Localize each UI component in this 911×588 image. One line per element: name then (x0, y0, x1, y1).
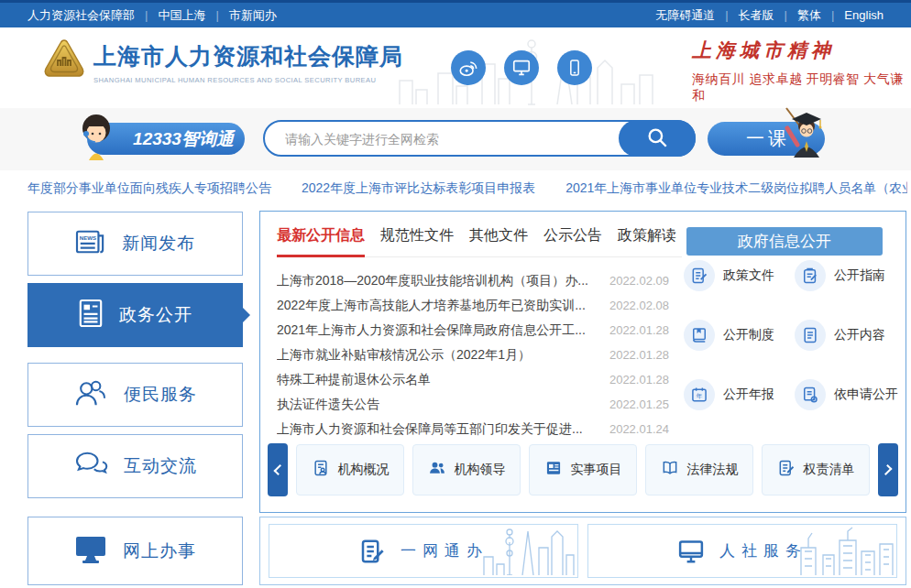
city-spirit-text: 海纳百川 追求卓越 开明睿智 大气谦和 (692, 71, 911, 104)
carousel-card-responsibility-list[interactable]: 权责清单 (762, 444, 870, 495)
top-link-mohrss[interactable]: 人力资源社会保障部 (27, 7, 135, 24)
search-button[interactable] (619, 120, 696, 157)
hotline-12333-button[interactable]: 12333智询通 (87, 123, 245, 155)
news-item[interactable]: 执法证件遗失公告 2022.01.25 (277, 392, 669, 417)
government-info-disclosure-button[interactable]: 政府信息公开 (686, 227, 883, 256)
news-item[interactable]: 特殊工种提前退休公示名单 2022.01.28 (277, 367, 669, 392)
page: 人力资源社会保障部 中国上海 市新闻办 无障碍通道 长者版 繁体 English (0, 0, 911, 588)
search-box (263, 120, 696, 157)
tab-bar: 最新公开信息 规范性文件 其他文件 公示公告 政策解读 (277, 226, 682, 257)
monitor-banner-icon (677, 538, 705, 565)
news-date: 2022.01.28 (609, 318, 669, 343)
carousel-card-org-leaders[interactable]: 机构领导 (412, 444, 521, 495)
top-link-news-office[interactable]: 市新闻办 (229, 7, 277, 24)
sidebar-item-public-services[interactable]: 便民服务 (27, 363, 243, 427)
mobile-icon[interactable] (557, 50, 592, 85)
tab-latest-info[interactable]: 最新公开信息 (277, 226, 365, 245)
hotline-mascot-icon (74, 111, 118, 165)
news-title: 特殊工种提前退休公示名单 (277, 367, 431, 392)
tab-normative-docs[interactable]: 规范性文件 (380, 226, 454, 245)
file-text-icon (795, 320, 826, 351)
teacher-mascot-icon (779, 104, 830, 162)
carousel-card-label: 法律法规 (687, 462, 739, 478)
quick-link-disclosure-guide[interactable]: 公开指南 (795, 259, 906, 292)
carousel-card-label: 机构概况 (338, 462, 390, 478)
people-solid-icon (428, 459, 446, 481)
quick-link-annual-report[interactable]: 年 公开年报 (684, 378, 795, 411)
quick-link-disclosure-system[interactable]: 公开制度 (684, 319, 795, 352)
course-button[interactable]: 一课 (708, 122, 825, 156)
news-ticker: 年度部分事业单位面向残疾人专项招聘公告 2022年度上海市评比达标表彰项目申报表… (27, 177, 907, 201)
quick-link-label: 公开制度 (723, 327, 774, 343)
news-item[interactable]: 上海市2018—2020年度职业技能培训机构（项目）办... 2022.02.0… (277, 268, 669, 293)
carousel-card-label: 权责清单 (804, 462, 855, 478)
chevron-right-icon (881, 464, 892, 475)
doc-edit-icon (777, 459, 796, 481)
site-title-block: 上海市人力资源和社会保障局 SHANGHAI MUNICIPAL HUMAN R… (93, 41, 403, 84)
city-spirit-title: 上海城市精神 (692, 38, 911, 63)
clipboard-pen-icon (795, 260, 826, 291)
banner-hr-social-services[interactable]: 人社服务 (587, 524, 897, 578)
ticker-link[interactable]: 年度部分事业单位面向残疾人专项招聘公告 (27, 180, 271, 197)
top-link-china-shanghai[interactable]: 中国上海 (158, 7, 205, 24)
sidebar-item-online-services[interactable]: 网上办事 (27, 517, 243, 585)
search-input[interactable] (283, 125, 598, 153)
news-date: 2022.01.28 (609, 367, 669, 392)
top-bar-left: 人力资源社会保障部 中国上海 市新闻办 (27, 7, 277, 24)
quick-link-policy-documents[interactable]: 政策文件 (684, 259, 795, 292)
desktop-icon[interactable] (504, 50, 539, 85)
news-item[interactable]: 2021年上海市人力资源和社会保障局政府信息公开工... 2022.01.28 (277, 318, 669, 343)
book-icon (684, 320, 715, 351)
calendar-year-icon: 年 (684, 379, 715, 410)
doc-person-icon (312, 459, 330, 481)
weibo-icon[interactable] (451, 50, 486, 85)
svg-text:NEWS: NEWS (80, 234, 96, 241)
tab-other-docs[interactable]: 其他文件 (469, 226, 528, 245)
carousel-next-button[interactable] (878, 443, 898, 496)
separator (725, 8, 728, 22)
doc-pen-icon (684, 260, 715, 291)
sidebar-item-interaction[interactable]: 互动交流 (27, 434, 243, 498)
tab-announcements[interactable]: 公示公告 (543, 226, 602, 245)
news-item[interactable]: 上海市就业补贴审核情况公示（2022年1月） 2022.01.28 (277, 343, 669, 367)
banner-one-stop-services[interactable]: 一网通办 (269, 524, 578, 578)
news-list: 上海市2018—2020年度职业技能培训机构（项目）办... 2022.02.0… (277, 268, 669, 441)
sidebar-item-news[interactable]: NEWS 新闻发布 (27, 212, 243, 276)
top-link-traditional[interactable]: 繁体 (797, 7, 821, 24)
top-link-senior-version[interactable]: 长者版 (739, 7, 774, 24)
monitor-icon (74, 535, 107, 568)
quick-link-disclosure-upon-request[interactable]: 依申请公开 (795, 378, 906, 411)
doc-pen-banner-icon (358, 538, 386, 565)
quick-link-label: 政策文件 (723, 267, 774, 284)
sidebar-item-government-info[interactable]: 政务公开 (27, 283, 243, 347)
bureau-emblem-icon (42, 38, 86, 84)
news-date: 2022.01.25 (609, 392, 669, 417)
quick-links-grid: 政策文件 公开指南 (684, 259, 906, 438)
sidebar-item-label: 互动交流 (124, 454, 197, 478)
news-item[interactable]: 上海市人力资源和社会保障局等五部门印发关于促进... 2022.01.24 (277, 417, 669, 441)
search-icon (645, 125, 669, 152)
carousel-card-label: 机构领导 (455, 462, 506, 478)
sidebar-item-label: 网上办事 (123, 539, 196, 563)
tab-policy-interpretation[interactable]: 政策解读 (618, 226, 676, 245)
social-icons (451, 50, 592, 85)
carousel-card-laws-regulations[interactable]: 法律法规 (645, 444, 753, 495)
site-subtitle: SHANGHAI MUNICIPAL HUMAN RESOURCES AND S… (93, 76, 403, 84)
separator (831, 8, 834, 22)
search-band: 12333智询通 一课 (0, 108, 911, 170)
news-date: 2022.01.28 (609, 343, 669, 367)
carousel-prev-button[interactable] (268, 443, 288, 496)
news-item[interactable]: 2022年度上海市高技能人才培养基地历年已资助实训... 2022.02.08 (277, 293, 669, 318)
top-link-accessibility[interactable]: 无障碍通道 (655, 7, 715, 24)
pudong-skyline-decoration (477, 524, 577, 578)
ticker-link[interactable]: 2021年上海市事业单位专业技术二级岗位拟聘人员名单（农业）公 (565, 180, 907, 197)
bund-buildings-decoration (796, 524, 896, 578)
carousel-card-org-overview[interactable]: 机构概况 (296, 444, 404, 495)
quick-link-disclosure-content[interactable]: 公开内容 (795, 319, 906, 352)
separator (145, 8, 148, 22)
quick-link-label: 依申请公开 (834, 387, 898, 403)
ticker-link[interactable]: 2022年度上海市评比达标表彰项目申报表 (302, 180, 535, 197)
top-link-english[interactable]: English (844, 8, 884, 22)
carousel-card-practical-projects[interactable]: 实事项目 (529, 444, 637, 495)
news-title: 上海市人力资源和社会保障局等五部门印发关于促进... (277, 417, 583, 441)
